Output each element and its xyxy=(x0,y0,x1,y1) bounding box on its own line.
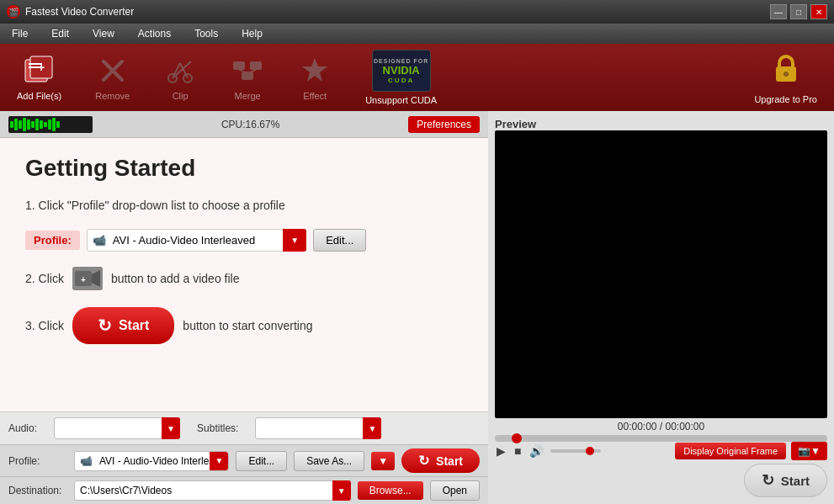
menu-actions[interactable]: Actions xyxy=(133,26,176,41)
menu-view[interactable]: View xyxy=(88,26,120,41)
footer-profile-input[interactable] xyxy=(98,452,228,470)
clip-button[interactable]: Clip xyxy=(155,50,205,104)
step2-container: 2. Click + button to add a video file xyxy=(25,267,463,290)
wave-bar-12 xyxy=(56,121,60,128)
video-controls: ▶ ■ 🔊 Display Original Frame 📷▼ xyxy=(495,442,827,460)
wave-bar-2 xyxy=(14,119,18,130)
merge-button[interactable]: Merge xyxy=(222,50,273,104)
menu-help[interactable]: Help xyxy=(236,26,268,41)
minimize-button[interactable]: — xyxy=(770,4,787,19)
effect-label: Effect xyxy=(303,91,327,101)
getting-started-panel: Getting Started 1. Click "Profile" drop-… xyxy=(0,138,488,411)
wave-bar-11 xyxy=(52,118,56,131)
wave-bar-6 xyxy=(31,121,35,128)
preview-start-button[interactable]: ↻ Start xyxy=(744,464,827,497)
subtitles-select[interactable] xyxy=(255,417,381,439)
footer-start-icon: ↻ xyxy=(418,453,429,469)
subtitles-select-wrap: ▼ xyxy=(255,417,381,439)
timecode: 00:00:00 / 00:00:00 xyxy=(495,418,827,435)
preview-start-icon: ↻ xyxy=(762,471,774,490)
footer-start-button[interactable]: ↻ Start xyxy=(401,448,480,473)
footer-save-as-button[interactable]: Save As... xyxy=(294,451,364,471)
destination-input[interactable] xyxy=(74,480,351,501)
effect-button[interactable]: Effect xyxy=(290,50,340,104)
step3-container: 3. Click ↻ Start button to start convert… xyxy=(25,307,463,344)
wave-bar-1 xyxy=(10,121,13,128)
status-bar: CPU:16.67% Preferences xyxy=(0,111,488,138)
footer-profile-arrow[interactable]: ▼ xyxy=(210,452,228,470)
lock-icon xyxy=(769,51,803,91)
maximize-button[interactable]: □ xyxy=(790,4,807,19)
app-title: Fastest Video Converter xyxy=(25,6,770,18)
wave-bar-9 xyxy=(44,122,47,127)
menu-tools[interactable]: Tools xyxy=(189,26,223,41)
merge-label: Merge xyxy=(235,91,261,101)
effect-icon xyxy=(298,54,332,88)
content-area: CPU:16.67% Preferences Getting Started 1… xyxy=(0,111,834,504)
profile-dropdown-arrow[interactable]: ▼ xyxy=(283,229,306,252)
profile-label: Profile: xyxy=(25,231,80,250)
svg-text:+: + xyxy=(81,275,86,284)
add-files-button[interactable]: + Add File(s) xyxy=(8,50,70,104)
app-icon: 🎬 xyxy=(7,5,20,19)
edit-profile-button[interactable]: Edit... xyxy=(313,229,366,252)
window-controls: — □ ✕ xyxy=(770,4,827,19)
remove-icon xyxy=(96,54,130,88)
waveform xyxy=(8,116,93,133)
volume-button[interactable]: 🔊 xyxy=(528,443,545,459)
profile-value-display: 📹 AVI - Audio-Video Interleaved ▼ xyxy=(87,229,306,252)
start-getting-started-button[interactable]: ↻ Start xyxy=(72,307,174,344)
preview-screen xyxy=(495,130,827,418)
add-files-label: Add File(s) xyxy=(17,91,61,101)
footer-save-arrow-button[interactable]: ▼ xyxy=(371,452,395,470)
audio-label: Audio: xyxy=(8,422,37,434)
audio-select[interactable] xyxy=(54,417,180,439)
browse-button[interactable]: Browse... xyxy=(358,481,423,500)
menu-file[interactable]: File xyxy=(7,26,33,41)
video-seek-bar[interactable] xyxy=(495,435,827,442)
remove-button[interactable]: Remove xyxy=(87,50,138,104)
add-video-icon: + xyxy=(72,267,103,290)
cuda-label: Unsupport CUDA xyxy=(365,95,437,105)
left-panel: CPU:16.67% Preferences Getting Started 1… xyxy=(0,111,488,504)
toolbar: + Add File(s) Remove xyxy=(0,44,834,111)
destination-label: Destination: xyxy=(8,485,67,496)
display-original-button[interactable]: Display Original Frame xyxy=(675,443,786,459)
wave-bar-8 xyxy=(40,120,43,129)
camera-button[interactable]: 📷▼ xyxy=(791,442,827,460)
upgrade-label: Upgrade to Pro xyxy=(754,94,817,104)
stop-button[interactable]: ■ xyxy=(513,443,523,459)
add-files-icon: + xyxy=(23,54,56,88)
app-wrapper: 🎬 Fastest Video Converter — □ ✕ File Edi… xyxy=(0,0,834,504)
footer-profile-icon: 📹 xyxy=(75,452,98,470)
step2: 2. Click + button to add a video file xyxy=(25,267,463,290)
upgrade-button[interactable]: Upgrade to Pro xyxy=(746,48,826,108)
remove-label: Remove xyxy=(95,91,130,101)
preview-start-row: ↻ Start xyxy=(495,464,827,497)
clip-label: Clip xyxy=(173,91,189,101)
svg-rect-4 xyxy=(29,66,42,68)
preview-label: Preview xyxy=(495,118,827,130)
wave-bar-10 xyxy=(48,119,51,130)
preferences-button[interactable]: Preferences xyxy=(408,116,480,133)
profile-footer-row: Profile: 📹 ▼ Edit... Save As... ▼ ↻ Star… xyxy=(0,444,488,476)
wave-bar-4 xyxy=(23,118,26,131)
profile-row: Profile: 📹 AVI - Audio-Video Interleaved… xyxy=(25,229,463,252)
footer-edit-button[interactable]: Edit... xyxy=(236,451,287,471)
svg-marker-21 xyxy=(92,270,100,287)
profile-display-text: AVI - Audio-Video Interleaved xyxy=(111,230,305,251)
volume-slider[interactable] xyxy=(550,449,601,453)
play-button[interactable]: ▶ xyxy=(495,443,507,459)
cuda-button[interactable]: DESIGNED FOR NVIDIA CUDA Unsupport CUDA xyxy=(357,46,445,109)
open-button[interactable]: Open xyxy=(430,480,480,501)
start-refresh-icon: ↻ xyxy=(98,316,112,336)
menu-edit[interactable]: Edit xyxy=(46,26,74,41)
svg-line-11 xyxy=(173,61,191,78)
close-button[interactable]: ✕ xyxy=(810,4,827,19)
profile-select-wrap: 📹 AVI - Audio-Video Interleaved ▼ xyxy=(87,229,306,252)
wave-bar-3 xyxy=(19,120,22,129)
getting-started-title: Getting Started xyxy=(25,155,463,182)
right-panel: Preview 00:00:00 / 00:00:00 ▶ ■ 🔊 Displa… xyxy=(488,111,834,504)
wave-bar-7 xyxy=(35,119,39,130)
profile-icon: 📹 xyxy=(88,230,111,251)
